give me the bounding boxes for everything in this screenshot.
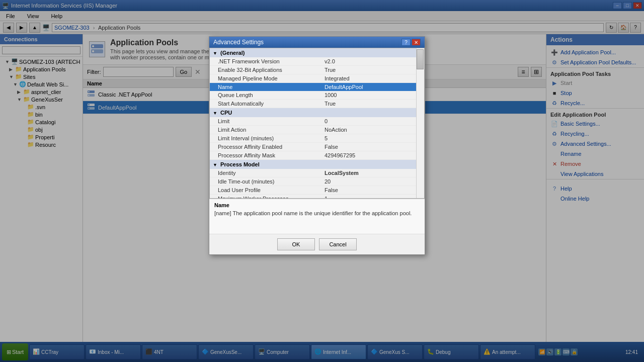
- settings-row[interactable]: Queue Length 1000: [210, 91, 424, 100]
- cancel-button[interactable]: Cancel: [319, 238, 357, 250]
- dialog-desc-text: [name] The application pool name is the …: [214, 210, 420, 216]
- dialog-footer: OK Cancel: [209, 234, 425, 254]
- dialog-help-button[interactable]: ?: [401, 39, 411, 46]
- dialog-desc-title: Name: [214, 202, 420, 208]
- settings-table: ▼ (General) .NET Framework Version v2.0 …: [210, 48, 424, 199]
- settings-row[interactable]: Load User Profile False: [210, 186, 424, 195]
- settings-row[interactable]: Start Automatically True: [210, 100, 424, 108]
- settings-row[interactable]: Maximum Worker Processes 1: [210, 195, 424, 199]
- settings-row[interactable]: Limit 0: [210, 117, 424, 126]
- settings-row[interactable]: Limit Interval (minutes) 5: [210, 134, 424, 143]
- settings-row[interactable]: Name DefaultAppPool: [210, 83, 424, 92]
- dialog-overlay: Advanced Settings ? ✕ ▼ (General) .NET F…: [0, 0, 644, 362]
- advanced-settings-dialog: Advanced Settings ? ✕ ▼ (General) .NET F…: [209, 36, 425, 255]
- dialog-close-button[interactable]: ✕: [412, 39, 421, 46]
- settings-row[interactable]: Processor Affinity Mask 4294967295: [210, 151, 424, 160]
- dialog-description: Name [name] The application pool name is…: [209, 199, 425, 234]
- settings-row[interactable]: Idle Time-out (minutes) 20: [210, 177, 424, 186]
- scrollbar-thumb[interactable]: [417, 49, 424, 69]
- dialog-scroll-area[interactable]: ▼ (General) .NET Framework Version v2.0 …: [209, 48, 425, 199]
- settings-row[interactable]: Limit Action NoAction: [210, 126, 424, 134]
- dialog-title: Advanced Settings: [213, 39, 264, 46]
- dialog-title-bar: Advanced Settings ? ✕: [209, 37, 425, 48]
- settings-row[interactable]: Identity LocalSystem: [210, 169, 424, 177]
- dialog-title-controls: ? ✕: [401, 39, 421, 46]
- ok-button[interactable]: OK: [277, 238, 315, 250]
- settings-row[interactable]: Enable 32-Bit Applications True: [210, 66, 424, 74]
- scrollbar-track: [416, 48, 424, 198]
- settings-row[interactable]: Managed Pipeline Mode Integrated: [210, 74, 424, 83]
- settings-row[interactable]: .NET Framework Version v2.0: [210, 57, 424, 66]
- settings-row[interactable]: Processor Affinity Enabled False: [210, 143, 424, 151]
